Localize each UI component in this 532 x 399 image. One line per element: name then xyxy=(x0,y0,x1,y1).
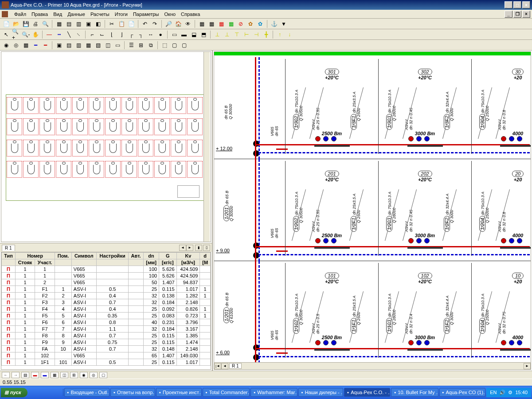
valve-icon[interactable]: ⊥ xyxy=(223,30,231,39)
open-icon[interactable]: 📂 xyxy=(12,20,20,28)
pointer-icon[interactable]: ↖ xyxy=(2,30,11,39)
tb-icon[interactable]: 👁 xyxy=(184,20,192,28)
copy-icon[interactable]: 📋 xyxy=(117,20,126,28)
shape-icon[interactable]: ⬒ xyxy=(199,30,208,39)
menu-window[interactable]: Окно xyxy=(164,12,176,17)
mdi-restore-button[interactable]: ❐ xyxy=(513,11,521,18)
taskbar-button[interactable]: ▪Total Commander… xyxy=(203,388,250,397)
new-icon[interactable]: 📄 xyxy=(2,20,11,28)
menu-data[interactable]: Данные xyxy=(67,12,85,17)
tb-icon[interactable]: ▣ xyxy=(84,20,93,28)
shape-icon[interactable]: ⌐ xyxy=(88,30,97,39)
maximize-button[interactable]: □ xyxy=(513,1,521,8)
undo-icon[interactable]: ↶ xyxy=(141,20,149,28)
bb-icon[interactable]: → xyxy=(12,372,20,378)
shape-icon[interactable]: ⌋ xyxy=(117,30,126,39)
line-icon[interactable]: ⟍ xyxy=(74,30,83,39)
shape-icon[interactable]: ⌊ xyxy=(107,30,116,39)
bb-icon[interactable]: ▦ xyxy=(51,372,59,378)
tb-icon[interactable]: ▥ xyxy=(74,41,83,50)
menu-edit[interactable]: Правка xyxy=(31,12,48,17)
ql-icon[interactable] xyxy=(46,389,53,396)
tb-icon[interactable]: ▼ xyxy=(279,20,288,28)
ql-icon[interactable] xyxy=(30,389,37,396)
overview-pane[interactable] xyxy=(1,51,211,242)
tb-icon[interactable]: ▤ xyxy=(64,41,73,50)
home-icon[interactable]: 🏠 xyxy=(174,20,183,28)
left-tab[interactable]: R 1 xyxy=(2,245,15,251)
bb-icon[interactable]: ◫ xyxy=(60,372,68,378)
zoom-out-icon[interactable]: 🔍- xyxy=(21,30,30,39)
shape-icon[interactable]: ▬ xyxy=(180,30,188,39)
redo-icon[interactable]: ↷ xyxy=(150,20,159,28)
scrollbar-v[interactable] xyxy=(203,52,210,242)
taskbar-button[interactable]: ▪Warhammer: Mar… xyxy=(250,388,297,397)
line-red-icon[interactable]: — xyxy=(45,30,54,39)
tb-icon[interactable]: ✿ xyxy=(246,20,255,28)
tb-icon[interactable]: ◧ xyxy=(94,20,102,28)
scroll-first-icon[interactable]: |◄ xyxy=(214,363,221,369)
shape-icon[interactable]: ↔ xyxy=(146,30,155,39)
tb-icon[interactable]: ▦ xyxy=(84,41,93,50)
right-tab[interactable]: R 1 xyxy=(229,363,242,369)
taskbar-button[interactable]: ▪Aqua-Pex CO (1)… xyxy=(439,388,486,397)
tb-icon[interactable]: ⧉ xyxy=(146,41,155,50)
pan-icon[interactable]: ✋ xyxy=(31,30,40,39)
menu-help[interactable]: Справка xyxy=(181,12,200,17)
taskbar-button[interactable]: ▪Aqua-Pex C.O. - … xyxy=(344,388,390,397)
print-icon[interactable]: 🖨 xyxy=(31,20,40,28)
bb-icon[interactable]: ← xyxy=(2,372,10,378)
tb-icon[interactable]: ▣ xyxy=(55,41,63,50)
taskbar-button[interactable]: ▪Наши дилеры - … xyxy=(298,388,344,397)
valve-icon[interactable]: ⊥ xyxy=(213,30,222,39)
scroll-right-icon[interactable]: ► xyxy=(524,363,531,369)
tb-icon[interactable]: ▦ xyxy=(21,41,30,50)
shape-icon[interactable]: ● xyxy=(156,30,165,39)
tb-icon[interactable]: ━ xyxy=(41,41,50,50)
lang-indicator[interactable]: EN xyxy=(490,390,497,395)
valve-icon[interactable]: ⊤ xyxy=(232,30,241,39)
taskbar-button[interactable]: ▪Ответы на вопр… xyxy=(110,388,155,397)
mdi-minimize-button[interactable]: _ xyxy=(505,11,512,18)
shape-icon[interactable]: ⬓ xyxy=(189,30,198,39)
tb-icon[interactable]: ◎ xyxy=(12,41,20,50)
ql-icon[interactable] xyxy=(38,389,45,396)
tb-icon[interactable]: ◉ xyxy=(2,41,11,50)
tb-icon[interactable]: ▧ xyxy=(94,41,102,50)
cut-icon[interactable]: ✂ xyxy=(107,20,116,28)
scroll-left-icon[interactable]: ◄ xyxy=(221,363,228,369)
toggle-icon[interactable]: ▮ xyxy=(195,245,202,251)
tb-icon[interactable]: ━ xyxy=(31,41,40,50)
menu-file[interactable]: Файл xyxy=(14,12,26,17)
mdi-close-button[interactable]: × xyxy=(522,11,530,18)
tb-icon[interactable]: ⬚ xyxy=(160,41,169,50)
system-tray[interactable]: EN 🔊 ⚙ 15:40 xyxy=(486,388,531,397)
tb-icon[interactable]: ▢ xyxy=(180,41,188,50)
tb-icon[interactable]: ▦ xyxy=(207,20,216,28)
tb-icon[interactable]: ☰ xyxy=(127,41,136,50)
tray-icon[interactable]: ⚙ xyxy=(508,390,512,395)
find-icon[interactable]: 🔎 xyxy=(164,20,173,28)
minimize-button[interactable]: _ xyxy=(505,1,512,8)
taskbar-button[interactable]: ▪Входящие - Outl… xyxy=(64,388,110,397)
menu-results[interactable]: Итоги xyxy=(115,12,128,17)
menu-view[interactable]: Вид xyxy=(53,12,62,17)
tb-icon[interactable]: ▦ xyxy=(197,20,206,28)
line-icon[interactable]: ╲ xyxy=(64,30,73,39)
zoom-in-icon[interactable]: 🔍+ xyxy=(12,30,20,39)
shape-icon[interactable]: ┌ xyxy=(127,30,136,39)
tb-icon[interactable]: ✿ xyxy=(256,20,265,28)
tb-icon[interactable]: ▦ xyxy=(55,20,63,28)
tb-icon[interactable]: ◫ xyxy=(103,41,112,50)
tb-icon[interactable]: ⚓ xyxy=(270,20,278,28)
shape-icon[interactable]: ⌙ xyxy=(98,30,106,39)
schematic-pane[interactable]: + 12.00V665dn 65dn 65 BQ 30500301+20°C25… xyxy=(214,51,531,370)
menu-calc[interactable]: Расчеты xyxy=(90,12,110,17)
tb-icon[interactable]: ▥ xyxy=(74,20,83,28)
paste-icon[interactable]: 📄 xyxy=(127,20,136,28)
start-button[interactable]: ⊞ пуск xyxy=(1,388,27,397)
bb-icon[interactable]: ▬ xyxy=(31,372,39,378)
save-icon[interactable]: 💾 xyxy=(21,20,30,28)
menu-params[interactable]: Параметры xyxy=(133,12,159,17)
tb-icon[interactable]: ▦ xyxy=(227,20,235,28)
